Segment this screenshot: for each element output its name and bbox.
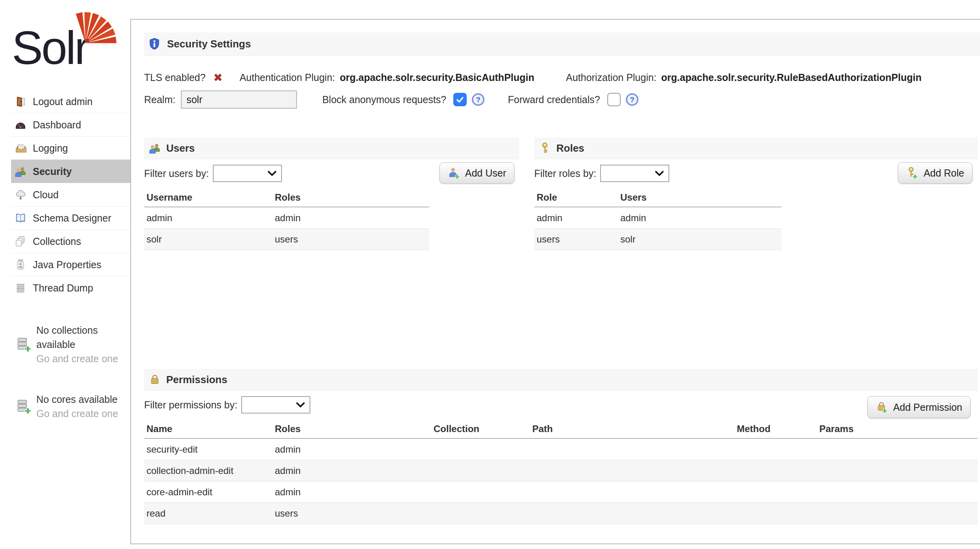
forward-credentials-checkbox[interactable] xyxy=(607,93,621,106)
column-header: Users xyxy=(618,192,781,203)
key-icon xyxy=(539,142,551,154)
sidebar-item-logging[interactable]: Logging xyxy=(11,136,130,160)
name-cell: read xyxy=(144,508,272,519)
security-settings-panel: Security Settings TLS enabled? Authentic… xyxy=(130,19,980,544)
column-header: Collection xyxy=(431,423,530,434)
filter-permissions-select[interactable] xyxy=(241,396,310,414)
collections-icon xyxy=(15,235,26,247)
realm-input[interactable] xyxy=(181,90,297,109)
users-filter-row: Filter users by: Add User xyxy=(144,162,519,184)
users-table: Username Roles admin admin solr users xyxy=(144,188,429,250)
sidebar-item-collections[interactable]: Collections xyxy=(11,229,130,253)
filter-users-label: Filter users by: xyxy=(144,168,209,179)
sidebar-item-label: Dashboard xyxy=(33,119,81,131)
lock-icon xyxy=(149,374,161,385)
roles-table: Role Users admin admin users solr xyxy=(534,188,781,250)
sidebar-item-label: Logout admin xyxy=(33,96,93,107)
column-header: Roles xyxy=(272,192,429,203)
sidebar-item-cloud[interactable]: Cloud xyxy=(11,183,130,206)
name-cell: core-admin-edit xyxy=(144,487,272,498)
users-panel-title: Users xyxy=(166,142,195,154)
permissions-table: Name Roles Collection Path Method Params… xyxy=(144,420,978,524)
add-role-button-label: Add Role xyxy=(924,167,964,179)
table-row: collection-admin-edit admin xyxy=(144,460,978,481)
column-header: Name xyxy=(144,423,272,434)
solr-logo[interactable]: Solr xyxy=(12,9,130,76)
no-collections-notice: No collections available Go and create o… xyxy=(16,323,122,366)
filter-roles-select[interactable] xyxy=(600,165,669,182)
add-permission-button[interactable]: Add Permission xyxy=(867,396,971,418)
roles-panel: Roles Filter roles by: Add Role Role Use… xyxy=(534,137,978,250)
add-role-button[interactable]: Add Role xyxy=(898,162,972,184)
svg-text:?: ? xyxy=(476,96,481,104)
block-anonymous-help-icon[interactable]: ? xyxy=(471,93,485,106)
sidebar-nav: Logout admin Dashboard Logging Security xyxy=(11,90,130,299)
sidebar-item-java-properties[interactable]: Java Properties xyxy=(11,253,130,276)
sidebar-item-label: Logging xyxy=(33,143,68,154)
filter-permissions-label: Filter permissions by: xyxy=(144,399,237,411)
permissions-panel-header: Permissions xyxy=(144,369,978,391)
permissions-table-header: Name Roles Collection Path Method Params xyxy=(144,420,978,439)
users-icon xyxy=(149,142,161,154)
logging-tray-icon xyxy=(15,142,26,154)
filter-roles-label: Filter roles by: xyxy=(534,168,596,179)
door-icon xyxy=(15,96,26,107)
column-header: Role xyxy=(534,192,618,203)
username-cell: admin xyxy=(144,212,272,224)
add-user-button[interactable]: Add User xyxy=(439,162,514,184)
shield-info-icon xyxy=(148,38,161,50)
roles-cell: admin xyxy=(272,212,429,224)
add-core-db-icon xyxy=(16,399,32,414)
table-row: users solr xyxy=(534,229,781,250)
column-header: Path xyxy=(530,423,734,434)
forward-credentials-help-icon[interactable]: ? xyxy=(625,93,639,106)
table-row: core-admin-edit admin xyxy=(144,481,978,503)
table-row: security-edit admin xyxy=(144,439,978,460)
chevron-down-icon xyxy=(296,402,305,408)
column-header: Roles xyxy=(272,423,431,434)
sidebar-item-thread-dump[interactable]: Thread Dump xyxy=(11,276,130,299)
table-row: solr users xyxy=(144,229,429,250)
authz-plugin-value: org.apache.solr.security.RuleBasedAuthor… xyxy=(661,72,922,83)
add-user-button-label: Add User xyxy=(465,167,506,179)
roles-panel-title: Roles xyxy=(556,142,584,154)
solr-sunburst-icon xyxy=(74,9,118,48)
sidebar-item-logout[interactable]: Logout admin xyxy=(11,90,130,113)
add-role-icon xyxy=(906,167,919,179)
block-anonymous-checkbox[interactable] xyxy=(453,93,467,106)
users-cell: solr xyxy=(618,234,781,245)
chevron-down-icon xyxy=(268,171,276,176)
create-collection-link[interactable]: Go and create one xyxy=(36,352,122,366)
page-title: Security Settings xyxy=(167,38,251,50)
gauge-icon xyxy=(15,119,26,131)
users-icon xyxy=(15,165,26,177)
name-cell: security-edit xyxy=(144,444,272,455)
permissions-filter-row: Filter permissions by: Add Permission xyxy=(144,394,978,416)
create-core-link[interactable]: Go and create one xyxy=(36,406,118,421)
roles-cell: users xyxy=(272,234,429,245)
notice-title: No collections available xyxy=(36,323,122,352)
sidebar-item-security[interactable]: Security xyxy=(11,160,130,183)
sidebar-item-dashboard[interactable]: Dashboard xyxy=(11,113,130,136)
add-permission-icon xyxy=(876,401,888,414)
table-row: admin admin xyxy=(144,207,429,229)
security-settings-header: Security Settings xyxy=(144,32,980,56)
filter-users-select[interactable] xyxy=(213,165,282,182)
role-cell: admin xyxy=(534,212,618,224)
roles-cell: admin xyxy=(272,444,431,455)
sidebar-item-label: Cloud xyxy=(33,189,58,201)
realm-label: Realm: xyxy=(144,94,175,105)
column-header: Method xyxy=(734,423,817,434)
users-panel-header: Users xyxy=(144,137,519,159)
tls-disabled-x-icon xyxy=(212,71,224,83)
username-cell: solr xyxy=(144,234,272,245)
sidebar-item-schema-designer[interactable]: Schema Designer xyxy=(11,206,130,229)
tls-enabled-label: TLS enabled? xyxy=(144,72,206,83)
svg-text:?: ? xyxy=(630,96,635,104)
realm-row: Realm: Block anonymous requests? ? Forwa… xyxy=(144,89,639,110)
sidebar-item-label: Schema Designer xyxy=(33,212,111,224)
add-collection-db-icon xyxy=(16,337,32,352)
block-anonymous-label: Block anonymous requests? xyxy=(322,94,446,105)
users-cell: admin xyxy=(618,212,781,224)
table-row: read users xyxy=(144,503,978,524)
